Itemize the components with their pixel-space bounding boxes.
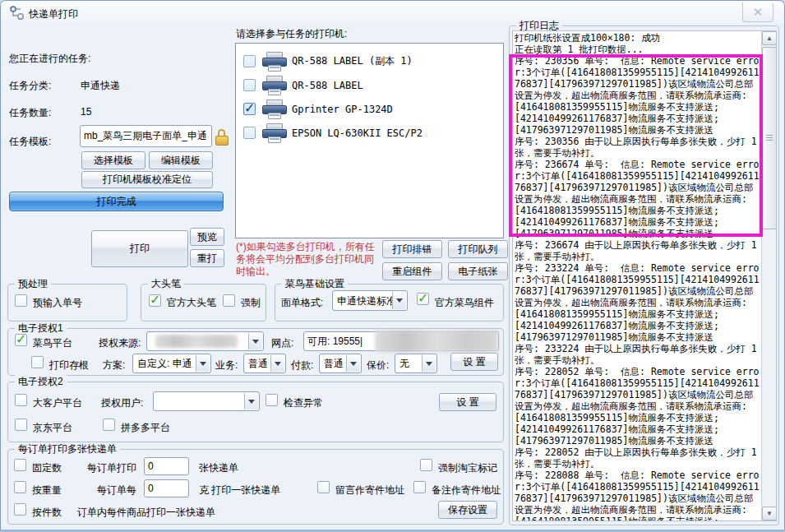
scroll-down-icon[interactable]: ▼ <box>762 507 777 520</box>
log-scrollbar[interactable]: ▲ ▼ <box>761 31 776 520</box>
chevron-down-icon[interactable] <box>270 355 284 372</box>
printer-list-item[interactable]: QR-588 LABEL <box>236 73 503 97</box>
print-done-button[interactable]: 打印完成 <box>9 192 224 211</box>
by-weight-checkbox[interactable] <box>14 481 26 493</box>
fixed-count-input[interactable] <box>144 457 189 475</box>
weight-prefix-label: 每订单每 <box>97 483 136 497</box>
e-paper-button[interactable]: 电子纸张 <box>448 262 508 280</box>
reprint-button[interactable]: 重打 <box>190 249 224 267</box>
chevron-down-icon[interactable] <box>244 393 258 409</box>
printer-name: EPSON LQ-630KII ESC/P2 <box>292 127 423 139</box>
business-value: 普通 <box>248 357 268 371</box>
official-marker-checkbox[interactable] <box>149 294 161 307</box>
cainiao-platform-checkbox[interactable] <box>15 334 27 346</box>
chevron-down-icon[interactable] <box>196 355 210 372</box>
official-cainiao-checkbox[interactable] <box>417 293 429 305</box>
jd-platform-label: 京东平台 <box>33 421 72 435</box>
force-marker-checkbox[interactable] <box>223 294 235 307</box>
printer-list[interactable]: QR-588 LABEL (副本 1) QR-588 LABEL Gprinte… <box>235 43 504 238</box>
printer-checkbox[interactable] <box>243 127 256 139</box>
weight-input[interactable] <box>144 479 189 497</box>
check-abnormal-label: 检查异常 <box>284 396 323 410</box>
auth1-settings-button[interactable]: 设 置 <box>450 353 498 371</box>
chevron-down-icon[interactable] <box>392 292 406 309</box>
preview-button[interactable]: 预览 <box>190 228 224 246</box>
chevron-down-icon[interactable] <box>346 355 360 372</box>
print-stub-checkbox[interactable] <box>31 356 44 368</box>
chevron-down-icon[interactable] <box>422 355 436 372</box>
scroll-up-icon[interactable]: ▲ <box>762 31 777 45</box>
print-queue-button[interactable]: 打印队列 <box>448 240 508 258</box>
label-format-value: 申通快递标准 <box>337 294 393 308</box>
log-text: 打印机纸张设置成100×180: 成功 正在读取第 1 批打印数据... 序号:… <box>515 32 761 521</box>
by-count-checkbox[interactable] <box>14 503 26 516</box>
payment-label: 付款: <box>291 359 313 372</box>
business-label: 业务: <box>215 359 238 372</box>
task-category-value: 申通快递 <box>81 79 120 93</box>
by-count-desc: 订单内每件商品打印一张快递单 <box>77 506 215 520</box>
vip-platform-label: 大客户平台 <box>33 396 82 410</box>
auth2-settings-button[interactable]: 设 置 <box>439 393 496 411</box>
close-icon[interactable]: ✕ <box>742 2 773 22</box>
print-button[interactable]: 打印 <box>91 230 188 267</box>
official-cainiao-label: 官方菜鸟组件 <box>435 296 494 310</box>
edit-template-button[interactable]: 编辑模板 <box>149 151 213 169</box>
printer-checkbox[interactable] <box>243 79 256 91</box>
weight-suffix-label: 克 打印一张快递单 <box>199 483 280 497</box>
task-template-field[interactable]: mb_菜鸟三期电子面单_申通 <box>80 125 212 147</box>
printer-icon <box>261 75 289 96</box>
scrollbar-grip <box>766 135 773 141</box>
by-weight-label: 按重量 <box>32 483 62 497</box>
auth-user-select[interactable] <box>153 391 260 411</box>
pre-input-checkbox[interactable] <box>15 294 27 307</box>
force-marker-label: 强制 <box>241 296 261 310</box>
auth-source-label: 授权来源: <box>99 336 141 350</box>
chevron-down-icon[interactable] <box>248 333 262 349</box>
scrollbar-thumb[interactable] <box>762 47 777 229</box>
calibrate-template-button[interactable]: 打印机模板校准定位 <box>81 171 213 188</box>
auth2-group-title: 电子授权2 <box>15 375 67 389</box>
fixed-count-label: 固定数 <box>32 461 62 475</box>
force-taobao-checkbox[interactable] <box>420 459 432 471</box>
task-quantity-label: 任务数量: <box>9 106 51 120</box>
insurance-select[interactable]: 无 <box>395 354 437 373</box>
preprocess-group-title: 预处理 <box>15 277 51 291</box>
fixed-suffix-label: 张快递单 <box>199 461 238 475</box>
auth-user-label: 授权用户: <box>101 396 143 410</box>
printer-list-item[interactable]: EPSON LQ-630KII ESC/P2 <box>236 121 503 145</box>
print-debug-button[interactable]: 打印排错 <box>382 240 442 258</box>
pre-input-label: 预输入单号 <box>33 296 82 310</box>
fixed-prefix-label: 每订单打印 <box>87 461 136 475</box>
task-template-label: 任务模板: <box>9 135 51 149</box>
printer-icon <box>261 123 289 144</box>
printer-icon <box>261 99 289 120</box>
window: 快递单打印 ✕ 您正在进行的任务: 任务分类: 申通快递 任务数量: 15 任务… <box>0 0 785 532</box>
printer-list-title: 请选择参与任务的打印机: <box>236 27 347 41</box>
business-select[interactable]: 普通 <box>243 354 286 373</box>
official-marker-label: 官方大头笔 <box>167 296 216 310</box>
printer-checkbox[interactable] <box>243 55 256 67</box>
redacted-area <box>375 331 498 352</box>
log-area[interactable]: 打印机纸张设置成100×180: 成功 正在读取第 1 批打印数据... 序号:… <box>512 30 777 521</box>
save-settings-button[interactable]: 保存设置 <box>438 501 497 519</box>
printer-list-item[interactable]: QR-588 LABEL (副本 1) <box>236 49 503 73</box>
marker-pen-group-title: 大头笔 <box>148 277 184 291</box>
pdd-platform-checkbox[interactable] <box>103 419 115 431</box>
restart-component-button[interactable]: 重启组件 <box>382 262 442 280</box>
printer-name: QR-588 LABEL (副本 1) <box>292 54 413 68</box>
payment-select[interactable]: 普通 <box>319 354 362 373</box>
vip-platform-checkbox[interactable] <box>15 394 27 406</box>
note-address-checkbox[interactable] <box>413 481 426 493</box>
choose-template-button[interactable]: 选择模板 <box>81 151 145 169</box>
printer-name: QR-588 LABEL <box>292 80 363 91</box>
printer-list-item[interactable]: Gprinter GP-1324D <box>236 97 503 121</box>
jd-platform-checkbox[interactable] <box>15 419 27 431</box>
insurance-value: 无 <box>399 357 409 371</box>
auth-source-select[interactable] <box>146 331 264 351</box>
label-format-select[interactable]: 申通快递标准 <box>332 290 408 311</box>
msg-address-checkbox[interactable] <box>317 481 330 493</box>
printer-checkbox[interactable] <box>243 103 256 115</box>
plan-select[interactable]: 自定义: 申通 <box>132 354 211 373</box>
check-abnormal-checkbox[interactable] <box>266 394 278 406</box>
fixed-count-checkbox[interactable] <box>14 459 26 471</box>
